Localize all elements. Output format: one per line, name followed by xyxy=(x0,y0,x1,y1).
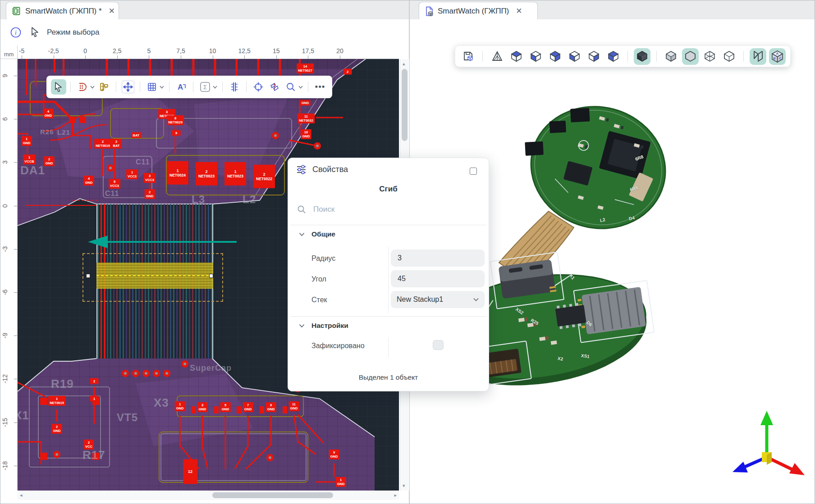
view-back-button[interactable] xyxy=(586,48,602,65)
chevron-down-icon[interactable] xyxy=(299,232,305,236)
section-view-button[interactable] xyxy=(489,48,505,65)
pcb-pad[interactable]: GND xyxy=(300,100,311,106)
left-tab[interactable]: SmartWatch (ГЖПП) * ✕ xyxy=(6,2,119,20)
view-bottom-button[interactable] xyxy=(566,48,583,65)
mode-label: Режим выбора xyxy=(47,28,100,37)
flip-tool-button[interactable] xyxy=(267,79,282,95)
stack-label: Стек xyxy=(311,296,327,304)
pcb-pad[interactable]: 2 xyxy=(90,378,99,384)
pcb-pad[interactable]: 1 NET0024 xyxy=(167,161,188,185)
pcb-pad[interactable]: 2 xyxy=(343,69,352,75)
pcb-pad[interactable]: 1 GND xyxy=(336,477,346,487)
radius-input[interactable] xyxy=(397,254,479,263)
pcb-pad[interactable]: 1 VCCB xyxy=(23,154,35,164)
scroll-down-icon[interactable]: ▾ xyxy=(403,483,405,488)
vertical-scroll-thumb[interactable] xyxy=(402,69,408,141)
pcb-pad[interactable]: 9 xyxy=(172,130,181,136)
left-tab-close-icon[interactable]: ✕ xyxy=(109,7,115,15)
display-solid-button[interactable] xyxy=(663,48,679,65)
pcb-pad[interactable]: 8 NET0029 xyxy=(167,115,184,125)
zoom-tool-button[interactable] xyxy=(283,79,298,95)
scroll-left-icon[interactable]: ◂ xyxy=(20,493,23,498)
pcb-pad[interactable]: 2 BAT xyxy=(112,139,121,149)
view-top-button[interactable] xyxy=(508,48,525,65)
pcb-pad[interactable]: 1 NET0015 xyxy=(48,396,65,406)
view-left-button[interactable] xyxy=(605,48,622,65)
component-designator: L2 xyxy=(243,193,256,206)
more-tools-button[interactable]: ••• xyxy=(312,79,328,95)
chevron-down-icon[interactable] xyxy=(299,324,305,328)
zoom-dropdown-icon[interactable] xyxy=(298,86,303,89)
pcb-pad[interactable]: 2 NET0023 xyxy=(196,162,217,186)
pcb-pad[interactable]: 4 GND xyxy=(43,109,54,118)
move-tool-button[interactable] xyxy=(120,79,136,95)
pcb-pad[interactable]: BAT xyxy=(132,132,141,138)
pcb-pad[interactable]: 2 GND xyxy=(145,189,155,199)
pcb-pad[interactable]: 11 GND xyxy=(289,401,299,411)
search-input[interactable] xyxy=(312,204,463,214)
pcb-pad[interactable]: 12 xyxy=(183,459,197,484)
pcb-pad[interactable]: 2 GND xyxy=(44,156,55,166)
align-pins-tool-button[interactable] xyxy=(227,79,242,95)
axis-triad xyxy=(726,404,812,480)
display-outline-button[interactable] xyxy=(721,48,737,65)
component-designator: DA1 xyxy=(20,163,45,177)
select-tool-button[interactable] xyxy=(51,79,66,95)
ruler-unit: mm xyxy=(0,45,18,59)
horizontal-scrollbar[interactable]: ◂ ▸ xyxy=(18,490,399,500)
pcb-pad[interactable]: 2 NET0022 xyxy=(253,165,275,188)
pcb-pad[interactable]: 3 GND xyxy=(197,402,208,412)
pcb-pad[interactable]: 11 NET0032 xyxy=(298,114,315,123)
pcb-pad[interactable]: 1 NET0023 xyxy=(224,162,246,186)
view-front-button[interactable] xyxy=(527,48,544,65)
center-snap-tool-button[interactable] xyxy=(251,79,266,95)
grid-dropdown-icon[interactable] xyxy=(160,86,164,89)
pcb-pad[interactable]: 10 GND xyxy=(301,129,311,139)
text-tool-button[interactable]: A xyxy=(174,79,189,95)
pcb-pad[interactable]: 7 GND xyxy=(243,402,253,412)
component-designator: R17 xyxy=(82,448,105,462)
pcb-pad[interactable]: 1 GND xyxy=(175,401,185,411)
pcb-pad[interactable]: 9 GND xyxy=(329,450,339,459)
bend-handle-right[interactable] xyxy=(209,274,213,278)
shaded-solid-view-button[interactable] xyxy=(634,48,650,65)
route-tool-button[interactable] xyxy=(75,79,90,95)
pcb-pad[interactable]: 1 xyxy=(90,396,99,402)
pcb-pad[interactable]: 2 GND xyxy=(52,424,62,434)
pointer-icon xyxy=(30,27,40,37)
scroll-right-icon[interactable]: ▸ xyxy=(394,493,397,498)
measure-tool-button[interactable] xyxy=(96,79,112,95)
svg-text:B: B xyxy=(773,56,776,60)
pcb-pad[interactable]: 3 VCC3 xyxy=(144,173,156,183)
pcb-pad[interactable]: 4 GND xyxy=(84,176,94,186)
pcb-pad[interactable]: 9 GND xyxy=(266,402,276,412)
stack-select[interactable]: New Stackup1 xyxy=(391,291,485,308)
horizontal-scroll-thumb[interactable] xyxy=(212,492,333,498)
flex-fold-view-button[interactable] xyxy=(750,48,766,65)
grid-tool-button[interactable] xyxy=(144,79,160,95)
display-shaded-button[interactable] xyxy=(682,48,699,65)
route-dropdown-icon[interactable] xyxy=(90,86,95,89)
component-labels-view-button[interactable]: ABC xyxy=(769,48,786,65)
pcb-pad[interactable]: 5 GND xyxy=(220,402,231,412)
pcb-pad[interactable]: 1 GND xyxy=(22,136,32,146)
info-icon[interactable]: i xyxy=(10,27,21,38)
pcb-pad[interactable]: 1 VCC3 xyxy=(126,169,138,179)
save-3d-button[interactable] xyxy=(460,48,476,65)
popout-icon[interactable] xyxy=(470,168,477,175)
formula-tool-button[interactable]: Σ xyxy=(197,79,213,95)
right-tab-close-icon[interactable]: ✕ xyxy=(516,7,522,15)
radius-label: Радиус xyxy=(311,254,335,263)
view-right-button[interactable] xyxy=(547,48,563,65)
angle-input[interactable] xyxy=(397,274,479,283)
right-tab[interactable]: SmartWatch (ГЖПП) ✕ xyxy=(419,2,538,20)
scroll-up-icon[interactable]: ▴ xyxy=(403,61,405,66)
pcb-pad[interactable]: 14 NET0027 xyxy=(297,64,314,73)
pcb-pad[interactable]: 5 VCC3 xyxy=(109,179,120,189)
formula-dropdown-icon[interactable] xyxy=(213,86,217,89)
display-wireframe-button[interactable] xyxy=(701,48,718,65)
svg-text:A: A xyxy=(776,51,779,55)
fixed-checkbox[interactable] xyxy=(433,340,444,350)
bend-handle-left[interactable] xyxy=(86,274,90,278)
pcb-pad[interactable]: 2 NET0019 xyxy=(94,139,111,149)
